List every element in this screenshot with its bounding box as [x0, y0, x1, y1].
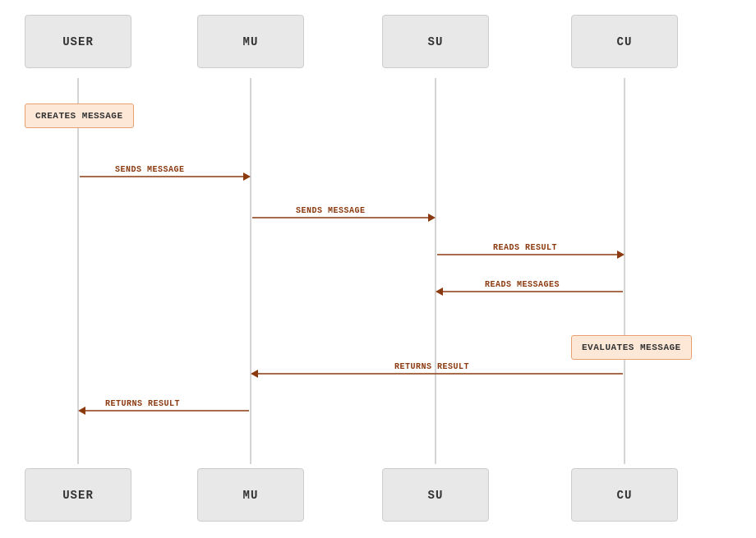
svg-marker-20 — [78, 407, 85, 415]
svg-text:RETURNS RESULT: RETURNS RESULT — [394, 362, 469, 371]
actor-user-top-label: USER — [62, 35, 94, 48]
sequence-diagram: SENDS MESSAGE SENDS MESSAGE READS RESULT… — [0, 0, 756, 538]
actor-mu-bottom-label: MU — [243, 489, 259, 502]
creates-message-text: CREATES MESSAGE — [35, 111, 123, 121]
actor-cu-bottom-label: CU — [617, 489, 633, 502]
actor-su-bottom: SU — [382, 468, 489, 522]
evaluates-message-note: EVALUATES MESSAGE — [571, 335, 692, 360]
svg-text:READS MESSAGES: READS MESSAGES — [485, 280, 560, 289]
svg-marker-5 — [243, 172, 251, 181]
actor-cu-top: CU — [571, 15, 678, 68]
actor-user-bottom-label: USER — [62, 489, 94, 502]
actor-cu-top-label: CU — [617, 35, 633, 48]
svg-text:SENDS MESSAGE: SENDS MESSAGE — [296, 206, 366, 215]
svg-marker-14 — [436, 287, 443, 296]
evaluates-message-text: EVALUATES MESSAGE — [582, 343, 681, 352]
actor-su-top: SU — [382, 15, 489, 68]
actor-mu-top: MU — [197, 15, 304, 68]
svg-marker-8 — [428, 214, 436, 222]
svg-marker-11 — [617, 251, 625, 259]
svg-text:RETURNS RESULT: RETURNS RESULT — [105, 399, 180, 408]
actor-user-top: USER — [25, 15, 131, 68]
actor-cu-bottom: CU — [571, 468, 678, 522]
actor-mu-bottom: MU — [197, 468, 304, 522]
svg-text:SENDS MESSAGE: SENDS MESSAGE — [115, 165, 185, 174]
actor-mu-top-label: MU — [243, 35, 259, 48]
svg-text:READS RESULT: READS RESULT — [493, 243, 557, 252]
actor-su-top-label: SU — [428, 35, 444, 48]
creates-message-note: CREATES MESSAGE — [25, 103, 134, 128]
actor-user-bottom: USER — [25, 468, 131, 522]
actor-su-bottom-label: SU — [428, 489, 444, 502]
arrows-layer: SENDS MESSAGE SENDS MESSAGE READS RESULT… — [0, 0, 756, 538]
svg-marker-17 — [251, 370, 258, 378]
